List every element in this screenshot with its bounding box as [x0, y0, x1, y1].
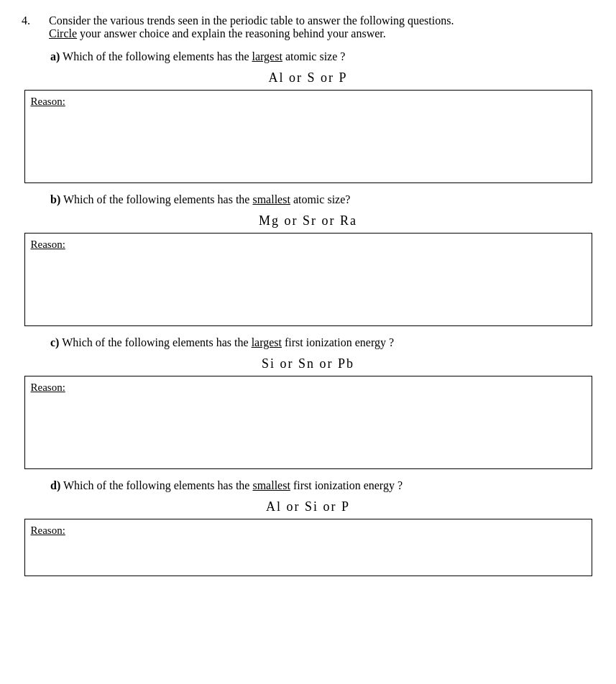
sub-underline-b: smallest [252, 193, 290, 205]
choices-a: Al or S or P [22, 70, 594, 86]
choices-b: Mg or Sr or Ra [22, 213, 594, 228]
sub-underline-c: largest [252, 336, 282, 348]
sub-label-d: d) [50, 479, 60, 491]
reason-box-c[interactable]: Reason: [24, 376, 592, 469]
intro-line2: Circle your answer choice and explain th… [49, 27, 594, 40]
sub-question-a-text: a) Which of the following elements has t… [50, 50, 594, 63]
question-container: 4. Consider the various trends seen in t… [22, 14, 594, 576]
question-intro: Consider the various trends seen in the … [49, 14, 594, 40]
sub-underline-d: smallest [252, 479, 290, 491]
sub-question-b: b) Which of the following elements has t… [22, 193, 594, 326]
reason-box-d[interactable]: Reason: [24, 519, 592, 576]
sub-label-b: b) [50, 193, 60, 205]
sub-text-before-b: Which of the following elements has the [63, 193, 252, 205]
intro-line1: Consider the various trends seen in the … [49, 14, 594, 27]
circle-word: Circle [49, 27, 77, 40]
sub-text-after-c: first ionization energy ? [282, 336, 394, 348]
reason-label-c: Reason: [31, 382, 65, 393]
reason-label-d: Reason: [31, 524, 65, 536]
sub-text-before-a: Which of the following elements has the [63, 50, 252, 63]
sub-question-d: d) Which of the following elements has t… [22, 479, 594, 576]
question-number: 4. [22, 14, 43, 40]
question-header: 4. Consider the various trends seen in t… [22, 14, 594, 40]
sub-text-before-d: Which of the following elements has the [63, 479, 252, 491]
choices-c: Si or Sn or Pb [22, 356, 594, 371]
sub-text-after-a: atomic size ? [282, 50, 346, 63]
reason-box-b[interactable]: Reason: [24, 233, 592, 326]
sub-label-c: c) [50, 336, 59, 348]
choices-d: Al or Si or P [22, 499, 594, 514]
reason-label-a: Reason: [31, 96, 65, 107]
sub-text-after-b: atomic size? [290, 193, 351, 205]
sub-question-b-text: b) Which of the following elements has t… [50, 193, 594, 206]
sub-underline-a: largest [252, 50, 282, 63]
sub-question-c-text: c) Which of the following elements has t… [50, 336, 594, 349]
sub-question-d-text: d) Which of the following elements has t… [50, 479, 594, 492]
sub-question-a: a) Which of the following elements has t… [22, 50, 594, 183]
sub-text-before-c: Which of the following elements has the [62, 336, 251, 348]
reason-box-a[interactable]: Reason: [24, 90, 592, 183]
sub-text-after-d: first ionization energy ? [290, 479, 403, 491]
sub-label-a: a) [50, 50, 60, 63]
intro-line2-text: your answer choice and explain the reaso… [80, 27, 386, 40]
reason-label-b: Reason: [31, 239, 65, 250]
sub-question-c: c) Which of the following elements has t… [22, 336, 594, 469]
